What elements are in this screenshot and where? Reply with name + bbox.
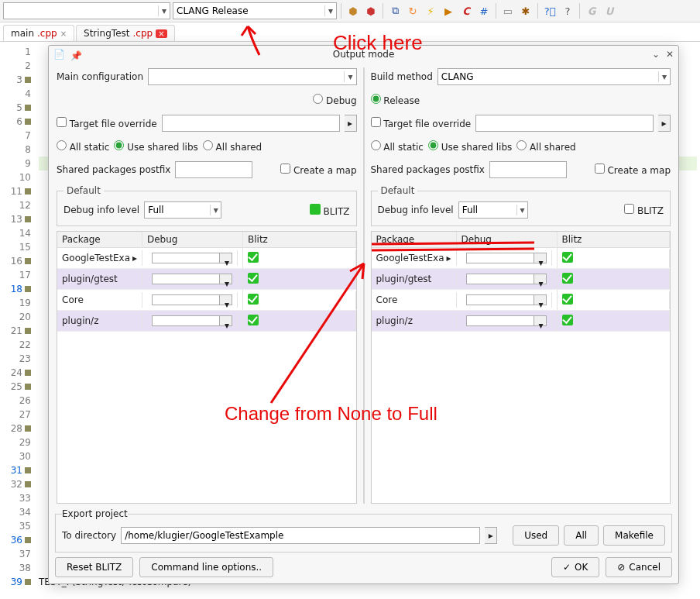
all-static-radio[interactable] xyxy=(57,140,67,150)
all-static-radio[interactable] xyxy=(371,140,381,150)
table-row[interactable]: GoogleTestExa▸ ▾ xyxy=(57,248,356,269)
release-radio[interactable] xyxy=(371,94,381,104)
close-icon[interactable]: ✕ xyxy=(666,49,674,60)
blitz-check[interactable] xyxy=(310,204,321,215)
toolbar-package-icon[interactable]: ⬢ xyxy=(345,3,361,19)
target-override-check[interactable] xyxy=(57,117,67,127)
toolbar-u-icon[interactable]: U xyxy=(602,3,617,19)
col-debug[interactable]: Debug xyxy=(142,232,243,247)
blitz-row-check-icon[interactable] xyxy=(562,294,573,305)
all-static-radio-label[interactable]: All static xyxy=(57,140,109,153)
blitz-check-label[interactable]: BLITZ xyxy=(624,204,664,216)
pane-separator[interactable] xyxy=(363,67,365,504)
cell-debug[interactable]: ▾ xyxy=(457,290,558,310)
col-blitz[interactable]: Blitz xyxy=(243,232,356,247)
blitz-row-check-icon[interactable] xyxy=(562,273,573,284)
toolbar-bug-icon[interactable]: ✱ xyxy=(518,3,534,19)
cell-blitz[interactable] xyxy=(243,291,356,309)
command-line-options-button[interactable]: Command line options.. xyxy=(139,557,273,577)
cell-debug[interactable]: ▾ xyxy=(457,248,558,268)
cell-blitz[interactable] xyxy=(558,250,671,267)
table-row[interactable]: Core ▾ xyxy=(372,290,671,311)
blitz-row-check-icon[interactable] xyxy=(562,252,573,263)
dropdown-arrow-icon[interactable]: ▾ xyxy=(210,205,221,215)
toolbar-combo-1-input[interactable] xyxy=(4,3,158,19)
blitz-row-check-icon[interactable] xyxy=(248,315,259,325)
dropdown-arrow-icon[interactable]: ▾ xyxy=(534,315,547,326)
dropdown-arrow-icon[interactable]: ▾ xyxy=(516,205,527,215)
dropdown-arrow-icon[interactable]: ▾ xyxy=(534,253,547,263)
build-method-combo[interactable]: ▾ xyxy=(438,68,671,85)
target-override-check-label[interactable]: Target file override xyxy=(57,117,157,129)
all-shared-radio-label[interactable]: All shared xyxy=(516,140,575,153)
toolbar-c-icon[interactable]: C xyxy=(458,3,474,19)
dropdown-arrow-icon[interactable]: ▾ xyxy=(220,315,232,326)
used-button[interactable]: Used xyxy=(513,525,559,546)
all-static-radio-label[interactable]: All static xyxy=(371,140,424,153)
cell-debug[interactable]: ▾ xyxy=(457,311,558,331)
col-package[interactable]: Package xyxy=(372,232,457,247)
toolbar-combo-2-input[interactable] xyxy=(173,3,324,19)
toolbar-combo-2[interactable]: ▾ xyxy=(173,2,337,19)
table-row[interactable]: GoogleTestExa▸ ▾ xyxy=(372,248,671,269)
main-config-input[interactable] xyxy=(149,69,344,84)
toolbar-package-red-icon[interactable]: ⬢ xyxy=(363,3,379,19)
cell-blitz[interactable] xyxy=(243,250,356,267)
target-override-check[interactable] xyxy=(371,117,381,127)
table-row[interactable]: plugin/gtest ▾ xyxy=(57,269,356,290)
toolbar-combo-1[interactable]: ▾ xyxy=(3,2,170,19)
create-map-check[interactable] xyxy=(595,164,605,174)
target-override-input[interactable] xyxy=(162,115,340,132)
use-shared-radio[interactable] xyxy=(114,140,124,150)
toolbar-lightning-icon[interactable]: ⚡ xyxy=(423,3,438,19)
main-config-combo[interactable]: ▾ xyxy=(148,68,356,85)
use-shared-radio-label[interactable]: Use shared libs xyxy=(428,140,512,153)
blitz-check[interactable] xyxy=(624,204,634,214)
all-shared-radio[interactable] xyxy=(203,140,213,150)
col-blitz[interactable]: Blitz xyxy=(558,232,671,247)
close-icon[interactable]: × xyxy=(60,29,67,38)
table-row[interactable]: Core ▾ xyxy=(57,290,356,311)
shared-postfix-input[interactable] xyxy=(175,161,252,178)
blitz-row-check-icon[interactable] xyxy=(248,294,259,305)
cell-debug[interactable]: ▾ xyxy=(142,248,243,268)
build-method-input[interactable] xyxy=(438,69,658,84)
toolbar-window-icon[interactable]: ▭ xyxy=(500,3,516,19)
toolbar-sync-icon[interactable]: ↻ xyxy=(405,3,420,19)
target-override-input[interactable] xyxy=(475,115,654,132)
dropdown-arrow-icon[interactable]: ▾ xyxy=(220,274,232,284)
dropdown-arrow-icon[interactable]: ▾ xyxy=(220,253,232,263)
blitz-check-label[interactable]: BLITZ xyxy=(310,204,350,217)
debug-info-combo[interactable]: ▾ xyxy=(458,201,528,219)
all-shared-radio[interactable] xyxy=(516,140,527,150)
cancel-button[interactable]: ⊘Cancel xyxy=(606,557,672,577)
close-icon[interactable]: × xyxy=(156,29,166,38)
reset-blitz-button[interactable]: Reset BLITZ xyxy=(55,557,133,577)
toolbar-run-icon[interactable]: ▶ xyxy=(441,3,456,19)
dropdown-arrow-icon[interactable]: ▾ xyxy=(220,294,232,305)
shared-postfix-input[interactable] xyxy=(489,161,567,178)
debug-radio-label[interactable]: Debug xyxy=(313,94,356,106)
minimize-icon[interactable]: ⌄ xyxy=(652,49,660,60)
cell-debug[interactable]: ▾ xyxy=(457,269,558,289)
cell-blitz[interactable] xyxy=(558,270,671,288)
target-override-browse-icon[interactable]: ▸ xyxy=(658,115,671,132)
ok-button[interactable]: ✓OK xyxy=(551,557,599,577)
table-row[interactable]: plugin/z ▾ xyxy=(372,311,671,332)
makefile-button[interactable]: Makefile xyxy=(603,525,665,546)
debug-info-input[interactable] xyxy=(459,202,517,218)
dropdown-arrow-icon[interactable]: ▾ xyxy=(324,5,336,16)
debug-info-combo[interactable]: ▾ xyxy=(144,201,221,219)
toolbar-qmark-icon[interactable]: ? xyxy=(560,3,575,19)
blitz-row-check-icon[interactable] xyxy=(248,273,259,284)
create-map-check-label[interactable]: Create a map xyxy=(595,164,671,176)
dropdown-arrow-icon[interactable]: ▾ xyxy=(658,71,670,82)
file-tab-main[interactable]: main.cpp × xyxy=(3,25,74,41)
file-tab-stringtest[interactable]: StringTest.cpp × xyxy=(76,25,175,41)
create-map-check[interactable] xyxy=(280,164,290,174)
cell-debug[interactable]: ▾ xyxy=(142,311,243,331)
all-button[interactable]: All xyxy=(564,525,599,546)
target-override-browse-icon[interactable]: ▸ xyxy=(345,115,357,132)
dropdown-arrow-icon[interactable]: ▾ xyxy=(158,5,170,16)
dropdown-arrow-icon[interactable]: ▾ xyxy=(534,274,547,284)
